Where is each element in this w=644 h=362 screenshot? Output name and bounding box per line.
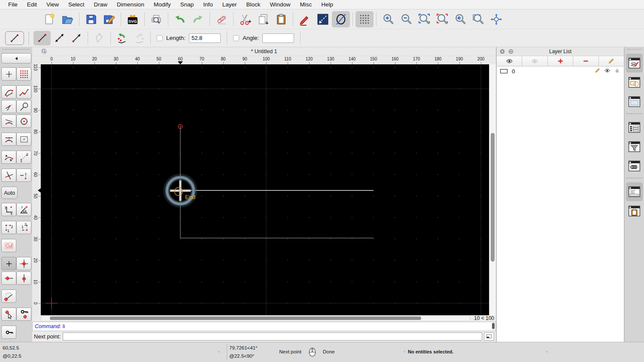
cut-button[interactable] [236, 11, 254, 27]
snap-tangent-button[interactable] [16, 100, 31, 113]
menu-item-draw[interactable]: Draw [89, 1, 112, 8]
zoom-auto-button[interactable] [415, 11, 433, 27]
undo-sequence-button[interactable] [113, 31, 131, 45]
menu-item-modify[interactable]: Modify [149, 1, 176, 8]
zoom-previous-button[interactable] [433, 11, 451, 27]
svg-export-button[interactable]: SVG [124, 11, 142, 27]
command-history-scrollbar-thumb[interactable] [492, 323, 495, 329]
layer-visibility-button[interactable] [601, 67, 611, 75]
vertical-scrollbar[interactable] [489, 64, 496, 315]
dock-device-button[interactable] [626, 157, 643, 175]
menu-item-edit[interactable]: Edit [22, 1, 42, 8]
pen-attributes-button[interactable] [296, 11, 314, 27]
exclusive-snap-button[interactable] [1, 239, 16, 252]
menu-item-info[interactable]: Info [198, 1, 218, 8]
line-two-points-button[interactable] [33, 31, 51, 45]
snap-intersection-manual-button[interactable] [1, 100, 16, 113]
snap-intersection-button[interactable] [1, 169, 16, 182]
command-input[interactable] [63, 332, 482, 341]
zoom-in-button[interactable] [379, 11, 397, 27]
hide-all-layers-button[interactable] [522, 56, 547, 66]
menu-item-select[interactable]: Select [64, 1, 89, 8]
layer-edit-button[interactable] [591, 67, 601, 75]
zoom-redraw-button[interactable] [451, 11, 469, 27]
snap-on-entity-button[interactable] [16, 85, 31, 99]
snap-intersection-info-button[interactable]: ! [16, 169, 31, 182]
keyboard-toggle-button[interactable] [484, 332, 494, 341]
menu-item-layer[interactable]: Layer [218, 1, 242, 8]
snap-auto-button[interactable]: Auto [1, 187, 18, 199]
restrict-area-button[interactable] [16, 133, 31, 146]
save-button[interactable] [82, 11, 100, 27]
restrict-nothing-button[interactable] [1, 257, 16, 270]
layer-color-swatch[interactable] [500, 69, 507, 73]
dock-command-line-button[interactable] [626, 182, 643, 201]
angle-input[interactable] [262, 33, 294, 43]
menu-item-window[interactable]: Window [265, 1, 295, 8]
snap-center-button[interactable] [16, 115, 31, 128]
close-icon[interactable] [499, 48, 505, 54]
restrict-horizontal-button[interactable] [1, 272, 16, 285]
zoom-pan-button[interactable] [487, 11, 505, 27]
delete-entities-button[interactable] [213, 11, 231, 27]
remove-layer-button[interactable] [573, 56, 598, 66]
relative-point-2-button[interactable]: 12 [16, 221, 31, 234]
new-file-button[interactable] [40, 11, 58, 27]
redo-button[interactable] [189, 11, 207, 27]
set-relative-zero-button[interactable] [1, 308, 16, 321]
horizontal-scrollbar[interactable] [41, 316, 470, 321]
angle-snap-button[interactable] [1, 290, 16, 303]
toolbar-handle[interactable] [28, 32, 31, 45]
sidebar-handle[interactable] [3, 49, 30, 52]
sidebar-collapse-button[interactable] [1, 53, 31, 63]
dock-filter-button[interactable] [626, 137, 643, 156]
grid-toggle-button[interactable] [355, 11, 374, 27]
dock-handle[interactable] [627, 49, 641, 52]
add-layer-button[interactable] [548, 56, 573, 66]
menu-item-snap[interactable]: Snap [176, 1, 199, 8]
coordinate-polar-button[interactable]: ra [16, 203, 31, 216]
paste-button[interactable] [272, 11, 290, 27]
snap-grid-button[interactable] [16, 67, 31, 81]
draft-mode-button[interactable] [332, 11, 350, 27]
undock-icon[interactable] [508, 48, 514, 54]
length-input[interactable] [189, 33, 221, 43]
zoom-window-button[interactable] [469, 11, 487, 27]
horizontal-scrollbar-thumb[interactable] [50, 317, 421, 320]
snap-distance-points-button[interactable]: 12 [16, 151, 31, 164]
dock-block-list-button[interactable] [626, 73, 643, 92]
menu-item-dimension[interactable]: Dimension [112, 1, 149, 8]
relative-point-1-button[interactable]: 12 [1, 221, 16, 234]
line-arrow-button[interactable] [68, 31, 85, 45]
dock-clipboard-button[interactable] [626, 202, 643, 220]
menu-item-view[interactable]: View [42, 1, 64, 8]
line-angle-button[interactable] [51, 31, 68, 45]
snap-endpoint-button[interactable] [1, 85, 16, 99]
menu-item-block[interactable]: Block [242, 1, 265, 8]
snap-middle-button[interactable] [1, 133, 16, 146]
polyline-button[interactable] [91, 31, 108, 45]
layer-row[interactable]: 0 [497, 66, 624, 76]
save-as-button[interactable] [100, 11, 118, 27]
redo-sequence-button[interactable] [131, 31, 148, 45]
undo-button[interactable] [171, 11, 189, 27]
menu-item-misc[interactable]: Misc [295, 1, 317, 8]
restrict-vertical-button[interactable] [16, 272, 31, 285]
show-all-layers-button[interactable] [497, 56, 522, 66]
drawing-canvas[interactable]: End [41, 64, 489, 315]
snap-nearest-button[interactable] [1, 115, 16, 128]
dock-layer-list-button[interactable] [626, 54, 643, 72]
dock-library-browser-button[interactable] [626, 92, 643, 111]
command-history[interactable]: Command: li [32, 322, 496, 331]
snap-free-button[interactable] [1, 67, 16, 81]
restrict-orthogonal-button[interactable] [16, 257, 31, 270]
line-attributes-button[interactable] [314, 11, 332, 27]
dock-entity-list-button[interactable] [626, 118, 643, 137]
command-history-scrollbar[interactable] [492, 323, 495, 330]
length-checkbox[interactable] [157, 35, 163, 41]
vertical-scrollbar-thumb[interactable] [491, 133, 495, 262]
open-file-button[interactable] [58, 11, 76, 27]
copy-button[interactable] [254, 11, 272, 27]
menu-item-file[interactable]: File [3, 1, 22, 8]
angle-checkbox[interactable] [233, 35, 239, 41]
